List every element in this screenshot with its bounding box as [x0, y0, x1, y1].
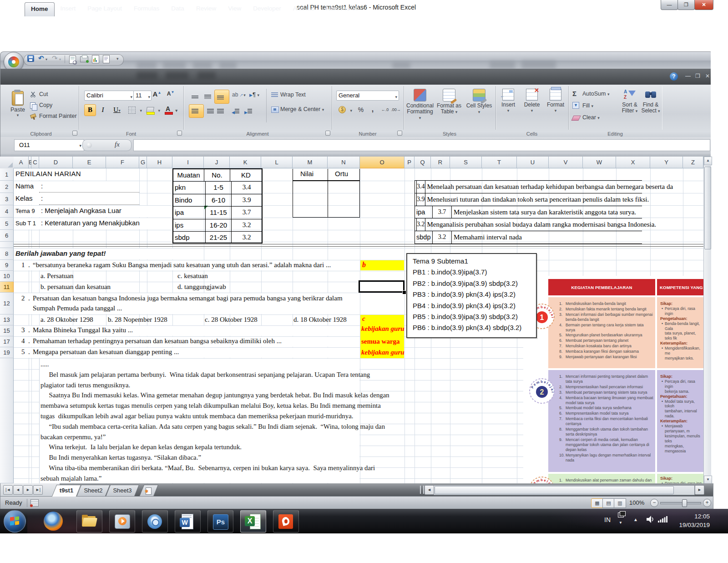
- ribbon-tab[interactable]: Data: [165, 2, 190, 16]
- answer-q3[interactable]: kebijakan guru: [361, 325, 404, 333]
- row-header-9[interactable]: 9: [0, 260, 14, 271]
- workbook-restore-icon[interactable]: ❐: [695, 73, 700, 79]
- volume-icon[interactable]: [646, 515, 655, 523]
- first-sheet-button[interactable]: |◄: [3, 485, 13, 495]
- q2-option-d[interactable]: d. 18 Oktober 1928: [293, 316, 347, 324]
- sheet-tab-Sheet2[interactable]: Sheet2: [76, 485, 111, 497]
- q1-option-a[interactable]: a. Persatuan: [40, 272, 73, 280]
- cell-tema-value[interactable]: : Menjelajah Angkasa Luar: [41, 207, 121, 214]
- workbook-minimize-icon[interactable]: —: [685, 73, 691, 79]
- answer-q5[interactable]: kebijakan guru: [361, 349, 404, 356]
- cell-nilai-header[interactable]: Nilai: [300, 170, 313, 178]
- column-header-F[interactable]: F: [106, 157, 139, 168]
- format-as-table-button[interactable]: Format as Table ▾: [435, 89, 463, 115]
- tray-show-hidden-icon[interactable]: ▲: [633, 517, 638, 522]
- shrink-font-button[interactable]: A▼: [164, 90, 177, 101]
- print-icon[interactable]: [80, 56, 88, 62]
- column-header-U[interactable]: U: [517, 157, 549, 168]
- sort-filter-button[interactable]: AZ Sort & Filter ▾: [619, 89, 640, 114]
- q2-text-line2[interactable]: Sumpah Pemuda pada tanggal ...: [33, 304, 122, 312]
- zoom-slider-thumb[interactable]: [682, 499, 687, 507]
- chromium-taskbar-button[interactable]: [142, 510, 168, 533]
- q4-number[interactable]: 4: [21, 337, 25, 345]
- bold-button[interactable]: B: [84, 104, 96, 116]
- font-color-button[interactable]: A▾: [162, 104, 179, 116]
- grow-font-button[interactable]: A▲: [151, 90, 163, 101]
- clear-button[interactable]: Clear ▾: [572, 112, 620, 122]
- save-icon[interactable]: [27, 55, 34, 62]
- tray-dropdown-icon[interactable]: ▼: [619, 521, 622, 525]
- fill-color-button[interactable]: ▾: [144, 104, 162, 116]
- ribbon-tab[interactable]: Add-Ins: [287, 2, 320, 16]
- prev-sheet-button[interactable]: ◄: [13, 485, 23, 495]
- sheet-tab-Sheet3[interactable]: Sheet3: [106, 485, 140, 497]
- comma-style-button[interactable]: ,: [367, 104, 378, 115]
- help-icon[interactable]: ?: [670, 72, 678, 81]
- column-header-W[interactable]: W: [583, 157, 616, 168]
- hscroll-left-icon[interactable]: ◄: [425, 485, 434, 495]
- excel-taskbar-button[interactable]: X: [240, 510, 266, 533]
- find-select-button[interactable]: Find & Select ▾: [640, 89, 661, 114]
- column-header-Q[interactable]: Q: [415, 157, 431, 168]
- ribbon-tab[interactable]: Insert: [55, 2, 82, 16]
- paste-button[interactable]: Paste ▾: [7, 88, 29, 124]
- last-sheet-button[interactable]: ►|: [33, 485, 43, 495]
- q1-number[interactable]: 1: [21, 261, 25, 269]
- fill-button[interactable]: ▼ Fill ▾: [572, 101, 620, 111]
- format-cells-button[interactable]: Format▾: [545, 89, 566, 114]
- q2-text-line1[interactable]: Persatuan dan kesatuan bangsa Indonesia …: [33, 294, 343, 302]
- muatan-table[interactable]: Muatan No. KD pkn 1-5 3.4 Bindo 6-10 3.9…: [172, 168, 263, 243]
- row-header-5[interactable]: 5: [0, 218, 14, 230]
- horizontal-scrollbar[interactable]: [434, 485, 695, 495]
- column-header-L[interactable]: L: [261, 157, 293, 168]
- clipboard-dialog-launcher[interactable]: [72, 131, 77, 136]
- cell-instruction[interactable]: Berilah jawaban yang tepat!: [15, 249, 106, 257]
- q4-text[interactable]: Pemahaman terhadap pentingnya persatuan …: [33, 337, 282, 345]
- curriculum-panel-image[interactable]: KEGIATAN PEMBELAJARAN KOMPETENSI YANG DI…: [523, 276, 703, 483]
- insert-cells-button[interactable]: ← Insert▾: [497, 89, 519, 114]
- q1-option-c[interactable]: c. kesatuan: [177, 272, 208, 280]
- q2-number[interactable]: 2: [21, 294, 25, 302]
- percent-style-button[interactable]: %: [354, 104, 367, 115]
- cell-styles-button[interactable]: Cell Styles ▾: [465, 89, 493, 115]
- accounting-format-button[interactable]: $▾: [336, 104, 354, 115]
- row-header-13[interactable]: 13: [0, 314, 14, 325]
- ribbon-tab[interactable]: View: [222, 2, 247, 16]
- font-dialog-launcher[interactable]: [177, 131, 182, 136]
- decrease-indent-button[interactable]: ◀: [230, 104, 244, 118]
- wrap-text-button[interactable]: Wrap Text: [270, 90, 330, 101]
- ribbon-tab[interactable]: Home: [25, 2, 55, 16]
- alignment-dialog-launcher[interactable]: [325, 131, 330, 136]
- column-header-D[interactable]: D: [39, 157, 73, 168]
- tema-subtema-textbox[interactable]: Tema 9 Subtema1PB1 : b.indo(3.9)ipa(3.7)…: [406, 253, 537, 338]
- increase-indent-button[interactable]: ▶: [243, 104, 257, 118]
- close-button[interactable]: ✕: [694, 0, 713, 10]
- next-sheet-button[interactable]: ►: [23, 485, 33, 495]
- column-header-M[interactable]: M: [293, 157, 328, 168]
- cell-nama-label[interactable]: Nama: [15, 182, 34, 190]
- undo-icon[interactable]: ↶: [38, 54, 44, 62]
- horizontal-scroll-thumb[interactable]: [435, 486, 674, 494]
- row-header-19[interactable]: 19: [0, 347, 14, 358]
- column-header-X[interactable]: X: [616, 157, 650, 168]
- sheet-tab-t9st1[interactable]: t9st1: [52, 485, 81, 497]
- firefox-icon[interactable]: [44, 512, 63, 531]
- clock[interactable]: 12:05 19/03/2019: [667, 512, 710, 529]
- hscroll-right-icon[interactable]: ►: [695, 485, 704, 495]
- cell-nama-value[interactable]: :: [41, 182, 43, 190]
- zoom-slider-track[interactable]: [660, 502, 701, 504]
- column-header-I[interactable]: I: [172, 157, 204, 168]
- autosum-button[interactable]: Σ AutoSum ▾: [572, 89, 620, 99]
- column-header-R[interactable]: R: [431, 157, 450, 168]
- column-header-Y[interactable]: Y: [650, 157, 683, 168]
- qat-overflow-caret-icon[interactable]: ▾: [116, 56, 119, 61]
- column-header-E[interactable]: E: [73, 157, 106, 168]
- restore-button[interactable]: ❐: [677, 0, 695, 10]
- q2-option-a[interactable]: a. 28 Oktober 1298: [40, 316, 93, 324]
- column-header-N[interactable]: N: [328, 157, 360, 168]
- column-header-K[interactable]: K: [230, 157, 261, 168]
- q1-option-b[interactable]: b. persatuan dan kesatuan: [40, 283, 111, 291]
- selected-cell-O11[interactable]: [359, 280, 404, 293]
- q3-number[interactable]: 3: [21, 326, 25, 334]
- column-header-P[interactable]: P: [404, 157, 415, 168]
